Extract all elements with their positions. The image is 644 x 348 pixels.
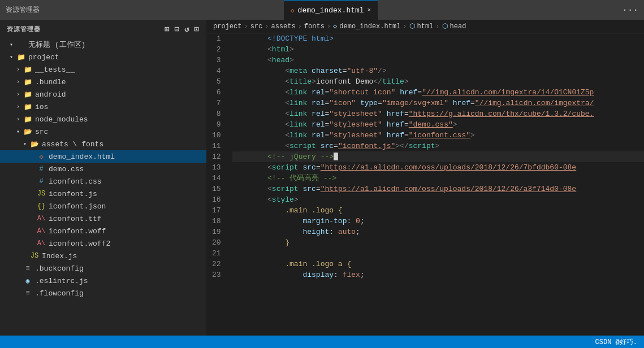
- sidebar-item-iconfont-css[interactable]: # iconfont.css: [0, 175, 206, 188]
- tab-file-icon: ◇: [291, 7, 295, 14]
- sidebar-item-assets-fonts[interactable]: ▾ 📂 assets \ fonts: [0, 138, 206, 150]
- token: [307, 66, 312, 76]
- sidebar-item-label: __tests__: [35, 66, 75, 74]
- sidebar-item-node-modules[interactable]: › 📁 node_modules: [0, 113, 206, 125]
- font-file-icon: A\: [36, 240, 46, 247]
- token: "iconfont.css": [409, 130, 470, 141]
- spacer: [14, 290, 23, 297]
- sidebar-item-demo-index[interactable]: ◇ demo_index.html: [0, 150, 206, 163]
- token: src: [302, 184, 315, 194]
- token: =: [378, 98, 382, 108]
- sidebar-item-label: .bundle: [35, 78, 66, 86]
- code-line: <!-- 代码高亮 -->: [232, 173, 644, 184]
- font-file-icon: A\: [36, 227, 46, 235]
- sidebar-item-index-js[interactable]: JS Index.js: [0, 250, 206, 262]
- token: link: [289, 108, 307, 119]
- spacer: [14, 266, 23, 272]
- token: [299, 184, 303, 194]
- token: [232, 173, 267, 184]
- line-number: 10: [212, 130, 221, 141]
- folder-open-icon: 📂: [29, 140, 40, 149]
- token: <!DOCTYPE html>: [267, 33, 334, 44]
- sidebar-item-label: .buckconfig: [35, 264, 84, 273]
- spacer: [27, 203, 36, 210]
- sidebar-item-project[interactable]: ▾ 📁 project: [0, 51, 206, 63]
- sidebar-item-iconfont-woff2[interactable]: A\ iconfont.woff2: [0, 237, 206, 250]
- sidebar-item-flowconfig[interactable]: ≡ .flowconfig: [0, 287, 206, 299]
- sidebar-item-iconfont-ttf[interactable]: A\ iconfont.ttf: [0, 212, 206, 225]
- sidebar-item-demo-css[interactable]: # demo.css: [0, 163, 206, 175]
- sidebar-item-src[interactable]: ▾ 📂 src: [0, 125, 206, 138]
- more-actions-button[interactable]: ···: [622, 5, 638, 15]
- breadcrumb-file-icon: ◇: [333, 22, 337, 31]
- chevron-right-icon: ›: [14, 104, 23, 110]
- token: =: [334, 141, 338, 151]
- sidebar-item-label: assets \ fonts: [42, 140, 103, 149]
- token: [232, 194, 267, 205]
- tab-close-button[interactable]: ×: [368, 7, 371, 14]
- token: [316, 141, 321, 151]
- sidebar-item-label: project: [28, 53, 59, 62]
- token: >: [289, 55, 294, 66]
- sidebar-actions: ⊞ ⊟ ↺ ⊡: [165, 24, 200, 34]
- font-file-icon: A\: [36, 215, 46, 223]
- chevron-down-icon: ▾: [7, 41, 16, 48]
- token: "icon": [329, 98, 356, 108]
- breadcrumb-assets: assets: [271, 23, 295, 31]
- sidebar-item-tests[interactable]: › 📁 __tests__: [0, 63, 206, 76]
- editor-tab[interactable]: ◇ demo_index.html ×: [284, 0, 378, 20]
- spacer: [27, 228, 36, 234]
- sidebar-item-label: iconfont.ttf: [49, 215, 102, 223]
- token: [299, 162, 303, 173]
- js-file-icon: JS: [36, 190, 46, 198]
- tab-label: demo_index.html: [298, 6, 364, 15]
- line-numbers: 1234567891011121314151617181920212223: [206, 33, 230, 336]
- token: [232, 76, 286, 87]
- line-number: 20: [212, 237, 221, 248]
- code-line: .main .logo {: [232, 205, 644, 216]
- config-file-icon: ≡: [23, 289, 33, 297]
- token: link: [289, 130, 307, 141]
- breadcrumb-src: src: [250, 23, 263, 31]
- token: "https://a1.alicdn.com/oss/uploads/2018/…: [321, 162, 576, 173]
- code-line: <link rel="icon" type="image/svg+xml" hr…: [232, 98, 644, 108]
- new-file-button[interactable]: ⊞: [165, 24, 170, 34]
- code-line: <link rel="stylesheet" href="demo.css">: [232, 119, 644, 130]
- line-number: 13: [212, 162, 221, 173]
- watermark: CSDN @好巧.: [595, 337, 637, 347]
- sidebar-item-bundle[interactable]: › 📁 .bundle: [0, 76, 206, 88]
- sidebar-item-eslintrc[interactable]: ◉ .eslintrc.js: [0, 275, 206, 287]
- token: "shortcut icon": [329, 87, 395, 98]
- new-folder-button[interactable]: ⊟: [175, 24, 180, 34]
- sidebar-header: 资源管理器 ⊞ ⊟ ↺ ⊡: [0, 20, 206, 38]
- spacer: [14, 278, 23, 284]
- token: [382, 119, 387, 130]
- token: ;: [356, 227, 360, 237]
- token: [382, 130, 387, 141]
- sidebar-item-iconfont-json[interactable]: {} iconfont.json: [0, 200, 206, 212]
- token: [232, 227, 303, 237]
- chevron-down-icon: ▾: [14, 128, 23, 135]
- token: href: [387, 130, 404, 141]
- sidebar-item-android[interactable]: › 📁 android: [0, 88, 206, 101]
- token: />: [378, 66, 387, 76]
- token: src: [302, 162, 315, 173]
- token: <: [285, 119, 289, 130]
- js-file-icon: JS: [29, 252, 40, 260]
- sidebar-item-buckconfig[interactable]: ≡ .buckconfig: [0, 262, 206, 275]
- code-lines[interactable]: <!DOCTYPE html> <html> <head> <meta char…: [230, 33, 644, 336]
- sidebar-item-iconfont-js[interactable]: JS iconfont.js: [0, 188, 206, 200]
- sidebar-item-iconfont-woff[interactable]: A\ iconfont.woff: [0, 225, 206, 237]
- folder-icon: 📁: [23, 78, 33, 86]
- code-editor[interactable]: 1234567891011121314151617181920212223 <!…: [206, 33, 644, 336]
- token: =: [325, 98, 329, 108]
- sidebar-item-ios[interactable]: › 📁 ios: [0, 101, 206, 113]
- token: type: [360, 98, 378, 108]
- workspace-item[interactable]: ▾ 无标题 (工作区): [0, 38, 206, 51]
- refresh-button[interactable]: ↺: [184, 24, 189, 34]
- folder-open-icon: 📁: [16, 53, 26, 62]
- collapse-button[interactable]: ⊡: [195, 24, 200, 34]
- sidebar-item-label: src: [35, 128, 48, 136]
- sidebar-item-label: iconfont.json: [49, 202, 106, 211]
- token: ></: [395, 141, 408, 151]
